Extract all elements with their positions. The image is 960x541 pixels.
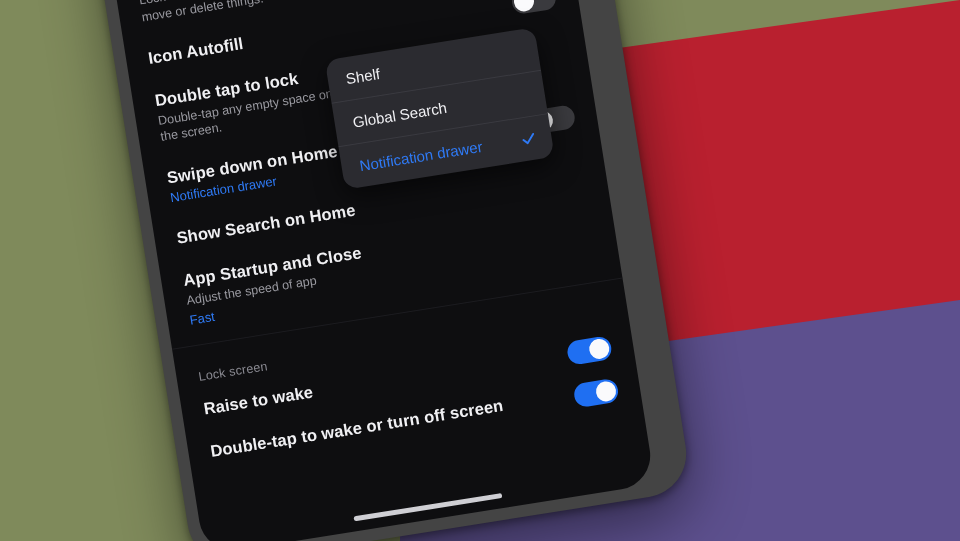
- popup-option-label: Notification drawer: [358, 138, 483, 174]
- toggle-double-tap-wake[interactable]: [572, 377, 619, 408]
- phone-screen: Open apps on Global Search Lock Home Scr…: [95, 0, 655, 541]
- toggle-icon-autofill[interactable]: [510, 0, 557, 15]
- toggle-knob: [513, 0, 536, 13]
- toggle-raise-to-wake[interactable]: [566, 335, 613, 366]
- gesture-bar[interactable]: [353, 493, 502, 521]
- popup-option-label: Shelf: [345, 65, 381, 87]
- toggle-knob: [588, 337, 611, 360]
- popup-option-label: Global Search: [351, 99, 448, 131]
- toggle-knob: [595, 380, 618, 403]
- check-icon: [518, 128, 539, 149]
